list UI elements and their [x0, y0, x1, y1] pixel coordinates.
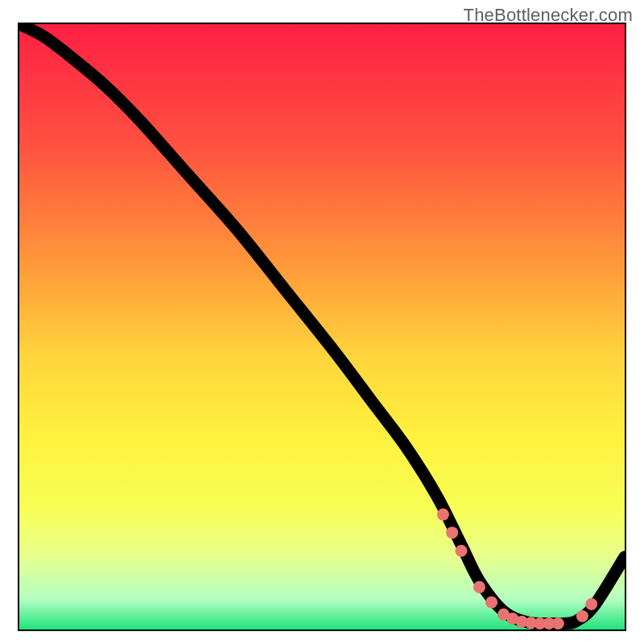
- highlight-point: [473, 581, 485, 593]
- highlight-point: [552, 617, 564, 630]
- highlight-point: [585, 598, 597, 610]
- highlight-point: [446, 526, 458, 539]
- highlight-point: [437, 509, 449, 521]
- plot-area: [18, 23, 626, 631]
- highlight-point: [576, 610, 588, 622]
- plot-svg: [19, 24, 625, 630]
- highlight-point: [485, 597, 497, 609]
- bottleneck-curve: [19, 24, 625, 624]
- highlight-point: [455, 545, 467, 557]
- chart-root: TheBottlenecker.com: [0, 0, 644, 644]
- highlight-markers: [437, 509, 597, 630]
